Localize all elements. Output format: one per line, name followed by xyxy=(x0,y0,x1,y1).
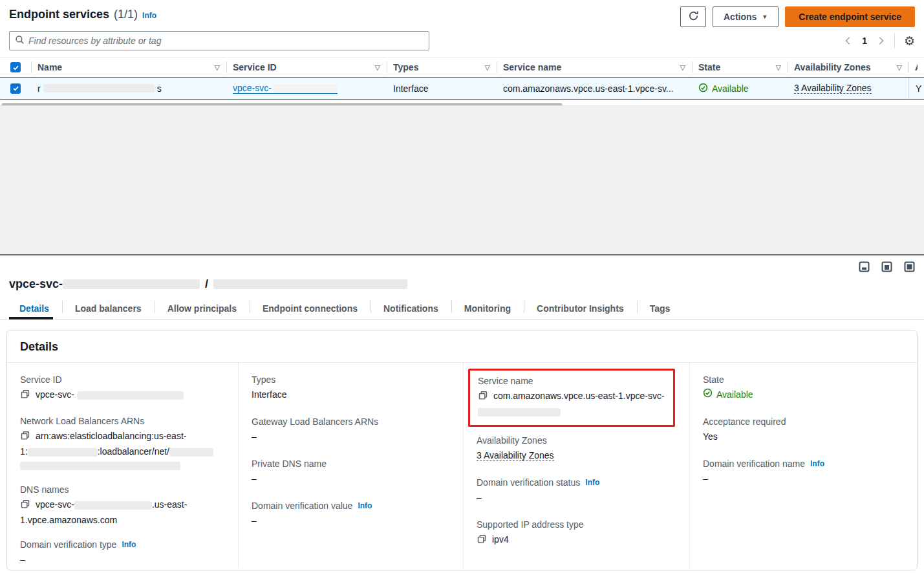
page-header: Endpoint services (1/1) Info Actions ▼ xyxy=(0,0,924,30)
field-acceptance-required: Acceptance required Yes xyxy=(703,416,907,444)
create-endpoint-service-button[interactable]: Create endpoint service xyxy=(785,6,915,27)
pager-divider xyxy=(894,33,895,49)
filter-icon[interactable]: ▽ xyxy=(210,63,220,72)
header-actions: Actions ▼ Create endpoint service xyxy=(680,6,915,27)
tab-contributor-insights[interactable]: Contributor Insights xyxy=(524,297,637,319)
availability-zones-popover-link[interactable]: 3 Availability Zones xyxy=(477,450,554,461)
tab-tags[interactable]: Tags xyxy=(637,297,683,319)
tab-monitoring[interactable]: Monitoring xyxy=(451,297,524,319)
search-input[interactable] xyxy=(28,36,424,46)
tab-details[interactable]: Details xyxy=(9,297,62,319)
search-box[interactable] xyxy=(9,31,429,50)
copy-icon[interactable] xyxy=(20,431,30,445)
field-nlb-arns: Network Load Balancers ARNs arn:aws:elas… xyxy=(20,416,228,472)
field-private-dns-name: Private DNS name – xyxy=(252,459,453,486)
redacted-text xyxy=(273,84,338,92)
tab-allow-principals[interactable]: Allow principals xyxy=(155,297,250,319)
header-checkbox-cell xyxy=(0,58,31,77)
details-column-4: State Available Acceptance required xyxy=(689,363,917,568)
next-page-button[interactable] xyxy=(876,36,885,45)
table-header-row: Name ▽ Service ID ▽ Types ▽ Service name… xyxy=(0,58,924,77)
service-name-highlight-box: Service name com.amazonaws.vpce.us-east-… xyxy=(468,369,675,427)
redacted-text xyxy=(43,84,155,92)
chevron-down-icon: ▼ xyxy=(762,14,768,20)
refresh-icon xyxy=(688,10,699,23)
details-card: Details Service ID vpce-svc- xyxy=(6,330,918,570)
filter-icon[interactable]: ▽ xyxy=(370,63,380,72)
row-checkbox[interactable] xyxy=(10,83,21,94)
field-gwlb-arns: Gateway Load Balancers ARNs – xyxy=(252,416,453,444)
panel-size-controls xyxy=(859,261,915,274)
details-column-3: Service name com.amazonaws.vpce.us-east-… xyxy=(463,363,689,568)
refresh-button[interactable] xyxy=(680,6,706,27)
info-link[interactable]: Info xyxy=(810,459,824,468)
service-id-link[interactable]: vpce-svc- xyxy=(233,83,338,94)
field-state: State Available xyxy=(703,374,907,402)
row-checkbox-cell xyxy=(0,78,31,99)
info-link[interactable]: Info xyxy=(358,501,372,510)
copy-icon[interactable] xyxy=(478,391,488,405)
tab-load-balancers[interactable]: Load balancers xyxy=(62,297,155,319)
copy-icon[interactable] xyxy=(20,389,30,404)
column-header-service-name: Service name ▽ xyxy=(497,58,692,77)
redacted-text xyxy=(74,501,152,510)
settings-gear-icon[interactable]: ⚙ xyxy=(904,35,915,47)
panel-size-large-icon[interactable] xyxy=(904,261,915,274)
tab-bar: Details Load balancers Allow principals … xyxy=(0,297,924,319)
endpoint-services-table: Name ▽ Service ID ▽ Types ▽ Service name… xyxy=(0,57,924,100)
pagination: 1 ⚙ xyxy=(844,33,915,49)
availability-zones-popover-link[interactable]: 3 Availability Zones xyxy=(794,83,872,94)
column-header-partial: A xyxy=(908,58,924,77)
tab-endpoint-connections[interactable]: Endpoint connections xyxy=(250,297,371,319)
cell-state: Available xyxy=(692,78,788,99)
panel-size-medium-icon[interactable] xyxy=(881,261,892,274)
cell-availability-zones: 3 Availability Zones xyxy=(788,78,908,99)
redacted-text xyxy=(478,408,561,416)
resource-count: (1/1) xyxy=(114,8,138,21)
detail-panel: vpce-svc- / Details Load balancers Allow… xyxy=(0,255,924,573)
info-link[interactable]: Info xyxy=(585,478,599,487)
field-dns-names: DNS names vpce-svc-.us-east- 1.vpce.amaz… xyxy=(20,484,228,527)
check-circle-icon xyxy=(703,388,713,402)
redacted-text xyxy=(28,448,98,457)
prev-page-button[interactable] xyxy=(844,36,853,45)
details-column-2: Types Interface Gateway Load Balancers A… xyxy=(238,363,463,568)
panel-size-small-icon[interactable] xyxy=(859,261,870,274)
table-row[interactable]: r s vpce-svc- Interface com.amazonaws.vp… xyxy=(0,77,924,100)
check-circle-icon xyxy=(698,83,708,94)
field-service-id: Service ID vpce-svc- xyxy=(20,374,228,404)
select-all-checkbox[interactable] xyxy=(10,62,21,72)
filter-icon[interactable]: ▽ xyxy=(480,63,490,72)
title-wrap: Endpoint services (1/1) Info xyxy=(9,6,156,21)
endpoint-services-page: Endpoint services (1/1) Info Actions ▼ xyxy=(0,0,924,573)
filter-icon[interactable]: ▽ xyxy=(892,63,902,72)
details-heading: Details xyxy=(20,340,904,354)
field-supported-ip-address-type: Supported IP address type ipv4 xyxy=(477,519,679,548)
details-card-header: Details xyxy=(7,330,917,363)
redacted-text xyxy=(77,391,184,400)
filter-icon[interactable]: ▽ xyxy=(771,63,781,72)
actions-button[interactable]: Actions ▼ xyxy=(713,6,779,27)
field-service-name: Service name com.amazonaws.vpce.us-east-… xyxy=(478,376,667,418)
copy-icon[interactable] xyxy=(20,499,30,514)
redacted-text xyxy=(63,279,200,289)
copy-icon[interactable] xyxy=(477,534,487,548)
field-availability-zones: Availability Zones 3 Availability Zones xyxy=(477,435,679,462)
page-number: 1 xyxy=(859,36,870,46)
cell-partial: Y xyxy=(908,78,924,99)
panel-title: vpce-svc- / xyxy=(0,255,924,297)
field-domain-verification-name: Domain verification name Info – xyxy=(703,459,907,486)
actions-label: Actions xyxy=(724,12,757,22)
column-header-types: Types ▽ xyxy=(387,58,497,77)
title-info-link[interactable]: Info xyxy=(142,11,156,20)
tab-notifications[interactable]: Notifications xyxy=(371,297,451,319)
filter-icon[interactable]: ▽ xyxy=(675,63,685,72)
field-domain-verification-type: Domain verification type Info – xyxy=(20,539,228,567)
status-badge: Available xyxy=(698,83,749,94)
toolbar-row: 1 ⚙ xyxy=(0,30,924,57)
redacted-text xyxy=(169,448,213,457)
field-types: Types Interface xyxy=(252,374,453,402)
redacted-text xyxy=(20,462,180,470)
cell-service-id: vpce-svc- xyxy=(226,78,387,99)
info-link[interactable]: Info xyxy=(122,540,136,549)
